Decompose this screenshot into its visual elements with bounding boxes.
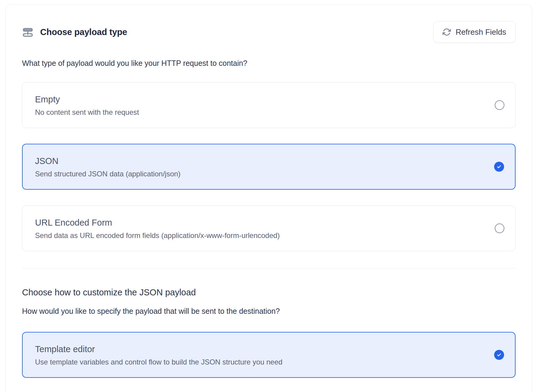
radio-circle-icon[interactable] — [495, 100, 504, 110]
option-indicator[interactable] — [495, 100, 504, 110]
option-indicator[interactable] — [494, 162, 504, 172]
refresh-icon — [442, 28, 451, 36]
option-title: Template editor — [35, 343, 479, 355]
payload-settings-panel: Choose payload type Refresh Fields What … — [5, 5, 532, 392]
customize-option-template-editor[interactable]: Template editor Use template variables a… — [22, 332, 516, 378]
check-circle-icon[interactable] — [494, 162, 504, 172]
option-description: Use template variables and control flow … — [35, 358, 479, 367]
option-description: Send structured JSON data (application/j… — [35, 169, 479, 178]
payload-type-question: What type of payload would you like your… — [22, 58, 516, 68]
refresh-fields-button[interactable]: Refresh Fields — [433, 21, 516, 43]
payload-type-options: Empty No content sent with the request J… — [22, 82, 516, 251]
panel-header: Choose payload type Refresh Fields — [22, 21, 516, 43]
customize-question: How would you like to specify the payloa… — [22, 306, 516, 316]
page-title: Choose payload type — [40, 27, 127, 37]
section-divider — [22, 268, 516, 268]
option-title: Empty — [35, 93, 479, 105]
check-circle-icon[interactable] — [494, 350, 504, 360]
refresh-fields-label: Refresh Fields — [455, 27, 506, 37]
payload-option-url-encoded-form[interactable]: URL Encoded Form Send data as URL encode… — [22, 205, 516, 251]
option-title: JSON — [35, 155, 479, 167]
panel-header-left: Choose payload type — [22, 27, 127, 37]
customize-options: Template editor Use template variables a… — [22, 332, 516, 378]
customize-heading: Choose how to customize the JSON payload — [22, 287, 516, 298]
option-indicator[interactable] — [494, 350, 504, 360]
payload-option-empty[interactable]: Empty No content sent with the request — [22, 82, 516, 128]
radio-circle-icon[interactable] — [495, 223, 504, 233]
payload-option-json[interactable]: JSON Send structured JSON data (applicat… — [22, 144, 516, 190]
payload-tray-icon — [22, 27, 34, 37]
option-description: Send data as URL encoded form fields (ap… — [35, 231, 479, 240]
option-indicator[interactable] — [495, 223, 504, 233]
option-description: No content sent with the request — [35, 108, 479, 117]
option-title: URL Encoded Form — [35, 217, 479, 229]
